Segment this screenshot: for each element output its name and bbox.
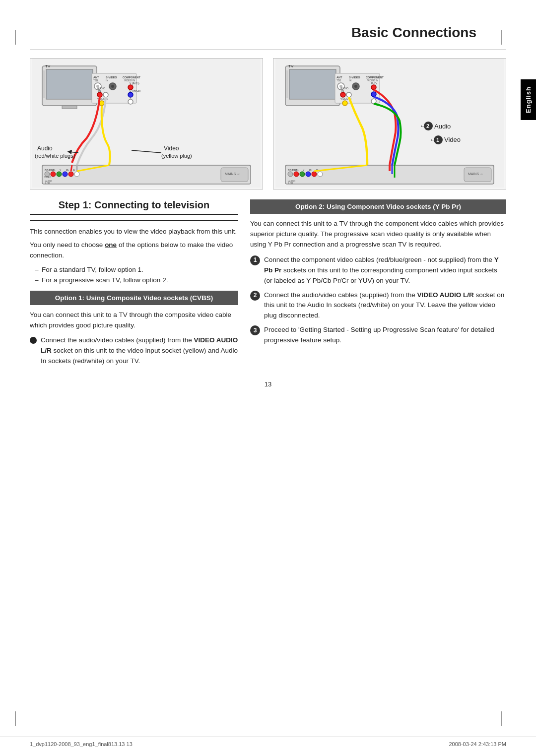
right-column: Option 2: Using Component Video sockets … <box>250 199 506 371</box>
svg-text:Pr: Pr <box>73 169 75 172</box>
svg-point-42 <box>51 172 56 177</box>
svg-text:(yellow plug): (yellow plug) <box>161 153 192 159</box>
svg-text:TV: TV <box>288 64 294 68</box>
side-mark-left-bot <box>15 711 16 726</box>
step1-bullet-2: For a progressive scan TV, follow option… <box>35 275 238 286</box>
svg-text:COAXIAL: COAXIAL <box>288 169 299 172</box>
svg-text:L / R: L / R <box>288 182 293 185</box>
num-circle-2: 2 <box>250 291 260 301</box>
svg-text:MAINS ～: MAINS ～ <box>225 172 240 176</box>
svg-point-95 <box>300 172 305 177</box>
svg-point-79 <box>342 101 347 106</box>
diagrams-row: TV ANT 75Ω S-VIDEO IN COMPONENT VIDEO IN <box>30 58 506 189</box>
svg-point-96 <box>306 172 311 177</box>
svg-text:TV: TV <box>45 64 51 68</box>
svg-point-98 <box>318 172 323 177</box>
option2-step2: 2 Connect the audio/video cables (suppli… <box>250 290 506 321</box>
svg-point-72 <box>371 92 376 97</box>
english-tab: English <box>521 79 536 120</box>
title-rule <box>30 50 506 50</box>
svg-text:(red/white plugs): (red/white plugs) <box>35 153 75 159</box>
option2-step1-text: Connect the component video cables (red/… <box>264 255 506 286</box>
svg-text:COAXIAL: COAXIAL <box>45 169 56 172</box>
page-title: Basic Connections <box>30 20 506 41</box>
footer-left: 1_dvp1120-2008_93_eng1_final813.13 13 <box>30 741 133 747</box>
svg-text:Video: Video <box>444 136 461 143</box>
svg-text:U (Pb/Cb): U (Pb/Cb) <box>130 89 141 92</box>
svg-text:VIDEO: VIDEO <box>44 176 52 179</box>
step1-intro2: You only need to choose one of the optio… <box>30 240 238 261</box>
svg-text:MAINS ～: MAINS ～ <box>468 172 483 176</box>
svg-point-43 <box>57 172 62 177</box>
diagram-left: TV ANT 75Ω S-VIDEO IN COMPONENT VIDEO IN <box>30 58 263 189</box>
svg-rect-2 <box>46 69 93 99</box>
page-number: 13 <box>30 380 506 388</box>
svg-rect-4 <box>62 106 77 109</box>
option1-bullet-text: Connect the audio/video cables (supplied… <box>41 335 238 367</box>
svg-text:Audio: Audio <box>434 123 451 130</box>
footer: 1_dvp1120-2008_93_eng1_final813.13 13 20… <box>0 737 536 747</box>
svg-point-97 <box>312 172 317 177</box>
num-circle-1: 1 <box>250 255 260 265</box>
option1-description: You can connect this unit to a TV throug… <box>30 310 238 331</box>
svg-text:2: 2 <box>426 123 429 129</box>
diagram-left-svg: TV ANT 75Ω S-VIDEO IN COMPONENT VIDEO IN <box>30 59 263 188</box>
option2-step2-text: Connect the audio/video cables (supplied… <box>264 290 506 321</box>
svg-text:75Ω: 75Ω <box>336 79 341 82</box>
svg-rect-56 <box>289 69 336 99</box>
option2-description: You can connect this unit to a TV throug… <box>250 219 506 250</box>
svg-rect-5 <box>43 70 45 98</box>
svg-text:Pr/Cr: Pr/Cr <box>371 82 377 85</box>
svg-point-74 <box>340 92 345 97</box>
content-row: Step 1: Connecting to television This co… <box>30 199 506 371</box>
svg-point-16 <box>111 85 114 88</box>
svg-point-93 <box>288 172 293 177</box>
svg-point-44 <box>63 172 67 177</box>
svg-text:IN: IN <box>106 79 108 82</box>
svg-point-75 <box>346 92 351 97</box>
svg-point-25 <box>97 92 102 97</box>
svg-point-73 <box>371 99 376 104</box>
step1-heading: Step 1: Connecting to television <box>30 199 238 215</box>
svg-line-51 <box>71 165 72 171</box>
side-mark-right <box>501 30 502 45</box>
svg-text:Audio: Audio <box>37 145 53 152</box>
svg-point-22 <box>128 99 133 104</box>
footer-right: 2008-03-24 2:43:13 PM <box>449 741 506 747</box>
svg-point-94 <box>294 172 299 177</box>
side-mark-right-bot <box>501 711 502 726</box>
svg-point-69 <box>354 85 357 88</box>
svg-text:IN: IN <box>349 79 351 82</box>
svg-point-46 <box>74 172 79 177</box>
svg-text:Pb: Pb <box>66 169 69 172</box>
svg-text:IN: IN <box>341 89 344 92</box>
diagram-right: TV ANT 75Ω S-VIDEO IN COMPONENT VIDEO IN… <box>273 58 506 189</box>
svg-text:Video: Video <box>164 145 179 152</box>
svg-text:L / R: L / R <box>45 182 50 185</box>
svg-point-45 <box>68 172 73 177</box>
svg-text:IN: IN <box>98 89 101 92</box>
step1-rule <box>30 220 238 221</box>
option2-step1: 1 Connect the component video cables (re… <box>250 255 506 286</box>
step1-intro1: This connection enables you to view the … <box>30 227 238 237</box>
diagram-right-svg: TV ANT 75Ω S-VIDEO IN COMPONENT VIDEO IN… <box>273 59 506 188</box>
side-mark-left <box>15 30 16 45</box>
num-circle-3: 3 <box>250 325 260 335</box>
step1-bullet-1: For a standard TV, follow option 1. <box>35 265 238 275</box>
bullet-dot <box>30 337 37 344</box>
step1-bullet-list: For a standard TV, follow option 1. For … <box>35 265 238 286</box>
option2-heading: Option 2: Using Component Video sockets … <box>250 199 506 214</box>
svg-point-71 <box>371 85 376 90</box>
option2-step3-text: Proceed to 'Getting Started - Setting up… <box>264 325 506 346</box>
left-column: Step 1: Connecting to television This co… <box>30 199 238 371</box>
option2-step3: 3 Proceed to 'Getting Started - Setting … <box>250 325 506 346</box>
svg-rect-58 <box>286 70 288 98</box>
svg-text:Pb: Pb <box>309 169 312 172</box>
svg-text:1: 1 <box>436 137 439 143</box>
option1-heading: Option 1: Using Composite Video sockets … <box>30 291 238 305</box>
page-container: English Basic Connections TV ANT <box>0 0 536 756</box>
option1-bullet: Connect the audio/video cables (supplied… <box>30 335 238 367</box>
svg-text:V (Pr/Cr): V (Pr/Cr) <box>130 82 139 85</box>
svg-text:75Ω: 75Ω <box>93 79 98 82</box>
